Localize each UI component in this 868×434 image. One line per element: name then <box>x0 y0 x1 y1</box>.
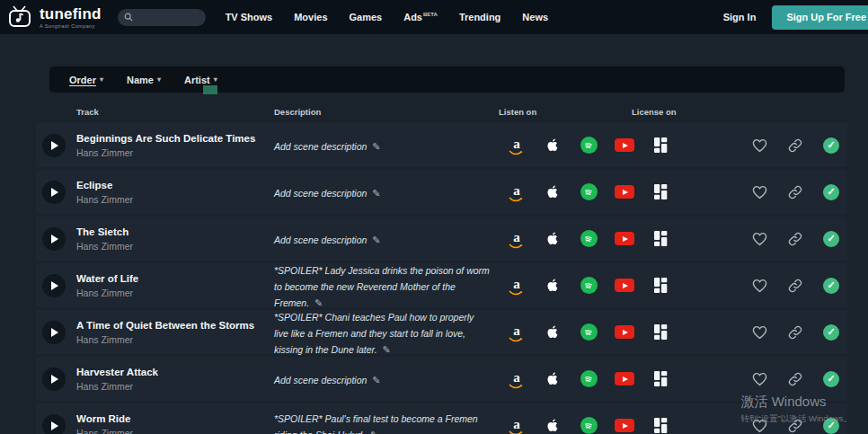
share-link-icon[interactable] <box>777 419 813 433</box>
nav-movies[interactable]: Movies <box>294 12 327 22</box>
confirmed-check-icon[interactable]: ✓ <box>813 371 849 387</box>
track-artist[interactable]: Hans Zimmer <box>76 334 274 345</box>
amazon-music-icon[interactable]: a <box>499 229 535 249</box>
nav-trending[interactable]: Trending <box>459 12 500 22</box>
amazon-music-icon[interactable]: a <box>499 416 535 434</box>
license-grid-icon[interactable] <box>642 137 678 153</box>
confirmed-check-icon[interactable]: ✓ <box>813 324 849 341</box>
confirmed-check-icon[interactable]: ✓ <box>813 278 849 294</box>
license-grid-icon[interactable] <box>642 324 678 340</box>
play-button[interactable] <box>42 274 66 297</box>
youtube-icon[interactable] <box>607 138 642 152</box>
play-button[interactable] <box>42 368 66 391</box>
edit-pencil-icon[interactable]: ✎ <box>372 141 380 152</box>
share-link-icon[interactable] <box>777 232 813 246</box>
license-grid-icon[interactable] <box>642 418 678 433</box>
track-artist[interactable]: Hans Zimmer <box>76 381 274 392</box>
share-link-icon[interactable] <box>777 325 813 340</box>
share-link-icon[interactable] <box>777 138 813 153</box>
play-button[interactable] <box>42 134 66 157</box>
tunefind-logo[interactable]: tunefind A Songtradr Company <box>7 5 102 29</box>
track-title[interactable]: Harvester Attack <box>76 366 274 378</box>
youtube-icon[interactable] <box>607 279 642 292</box>
track-artist[interactable]: Hans Zimmer <box>76 194 274 205</box>
share-link-icon[interactable] <box>777 279 813 293</box>
spotify-icon[interactable] <box>571 417 607 434</box>
apple-music-icon[interactable] <box>535 183 571 200</box>
favorite-heart-icon[interactable] <box>741 419 777 433</box>
apple-music-icon[interactable] <box>535 230 571 247</box>
play-button[interactable] <box>42 321 66 344</box>
confirmed-check-icon[interactable]: ✓ <box>813 184 849 200</box>
edit-pencil-icon[interactable]: ✎ <box>372 375 380 385</box>
track-artist[interactable]: Hans Zimmer <box>76 147 274 158</box>
edit-pencil-icon[interactable]: ✎ <box>370 430 378 434</box>
apple-music-icon[interactable] <box>535 370 571 387</box>
spotify-icon[interactable] <box>571 323 607 341</box>
spotify-icon[interactable] <box>571 137 607 154</box>
track-title[interactable]: Eclipse <box>76 179 274 191</box>
scene-description[interactable]: *SPOILER* Chani teaches Paul how to prop… <box>274 312 474 355</box>
favorite-heart-icon[interactable] <box>741 279 777 293</box>
spotify-icon[interactable] <box>571 277 607 294</box>
license-grid-icon[interactable] <box>642 371 678 386</box>
spotify-icon[interactable] <box>571 370 607 387</box>
youtube-icon[interactable] <box>607 372 642 385</box>
search-input[interactable] <box>137 13 200 22</box>
amazon-music-icon[interactable]: a <box>499 369 535 389</box>
nav-news[interactable]: News <box>522 12 548 22</box>
share-link-icon[interactable] <box>777 185 813 199</box>
play-button[interactable] <box>42 414 66 434</box>
amazon-music-icon[interactable]: a <box>499 182 535 202</box>
track-title[interactable]: A Time of Quiet Between the Storms <box>76 319 274 332</box>
scene-description[interactable]: Add scene description <box>274 235 369 245</box>
apple-music-icon[interactable] <box>535 323 571 341</box>
search-bar[interactable] <box>118 9 206 26</box>
filter-artist[interactable]: Artist▾ <box>184 75 217 85</box>
license-grid-icon[interactable] <box>642 184 678 199</box>
amazon-music-icon[interactable]: a <box>499 323 535 342</box>
track-title[interactable]: Worm Ride <box>76 412 274 425</box>
favorite-heart-icon[interactable] <box>741 185 777 199</box>
scene-description[interactable]: Add scene description <box>274 141 369 152</box>
youtube-icon[interactable] <box>607 185 642 199</box>
filter-name[interactable]: Name▾ <box>127 75 161 85</box>
favorite-heart-icon[interactable] <box>741 325 777 340</box>
sign-in-link[interactable]: Sign In <box>723 12 757 22</box>
track-title[interactable]: Water of Life <box>76 272 274 285</box>
amazon-music-icon[interactable]: a <box>499 136 535 155</box>
apple-music-icon[interactable] <box>535 277 571 294</box>
play-button[interactable] <box>42 181 66 204</box>
favorite-heart-icon[interactable] <box>741 232 777 246</box>
favorite-heart-icon[interactable] <box>741 372 777 386</box>
track-artist[interactable]: Hans Zimmer <box>76 241 274 252</box>
apple-music-icon[interactable] <box>535 417 571 434</box>
edit-pencil-icon[interactable]: ✎ <box>383 344 391 355</box>
track-artist[interactable]: Hans Zimmer <box>76 288 274 298</box>
track-title[interactable]: The Sietch <box>76 226 274 238</box>
youtube-icon[interactable] <box>607 419 642 432</box>
filter-order[interactable]: Order▾ <box>69 75 103 85</box>
edit-pencil-icon[interactable]: ✎ <box>314 297 323 308</box>
scene-description[interactable]: Add scene description <box>274 188 369 199</box>
scene-description[interactable]: *SPOILER* Lady Jessica drinks the poison… <box>274 265 490 308</box>
apple-music-icon[interactable] <box>535 137 571 154</box>
youtube-icon[interactable] <box>607 232 642 245</box>
nav-tv-shows[interactable]: TV Shows <box>226 12 273 22</box>
track-artist[interactable]: Hans Zimmer <box>76 428 274 434</box>
favorite-heart-icon[interactable] <box>741 138 777 153</box>
scene-description[interactable]: Add scene description <box>274 375 369 385</box>
share-link-icon[interactable] <box>777 372 813 386</box>
edit-pencil-icon[interactable]: ✎ <box>372 235 380 245</box>
license-grid-icon[interactable] <box>642 231 678 246</box>
confirmed-check-icon[interactable]: ✓ <box>813 231 849 247</box>
edit-pencil-icon[interactable]: ✎ <box>372 188 380 199</box>
spotify-icon[interactable] <box>571 183 607 200</box>
confirmed-check-icon[interactable]: ✓ <box>813 418 849 434</box>
license-grid-icon[interactable] <box>642 278 678 293</box>
sign-up-button[interactable]: Sign Up For Free <box>772 5 868 30</box>
nav-games[interactable]: Games <box>350 12 383 22</box>
spotify-icon[interactable] <box>571 230 607 247</box>
youtube-icon[interactable] <box>607 325 642 339</box>
nav-ads[interactable]: AdsBETA <box>403 12 438 22</box>
